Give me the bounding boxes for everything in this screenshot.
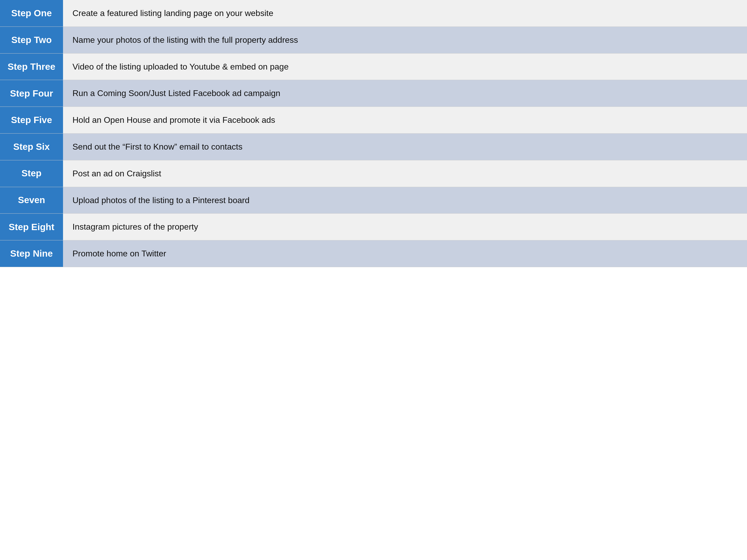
step-label-2: Step Two	[0, 27, 63, 53]
step-label-8: Step Eight	[0, 214, 63, 240]
step-content-text: Send out the “First to Know” email to co…	[73, 141, 242, 153]
step-label-text: Step Three	[8, 61, 55, 72]
step-label-text: Step	[22, 168, 42, 179]
table-row: Step Post an ad on Craigslist	[0, 160, 747, 187]
step-label-text: Seven	[18, 194, 45, 206]
table-row: Step Six Send out the “First to Know” em…	[0, 134, 747, 160]
step-label-text: Step Four	[10, 88, 53, 99]
step-content-5: Hold an Open House and promote it via Fa…	[63, 107, 747, 133]
step-content-7a: Post an ad on Craigslist	[63, 160, 747, 187]
step-content-3: Video of the listing uploaded to Youtube…	[63, 54, 747, 80]
step-content-6: Send out the “First to Know” email to co…	[63, 134, 747, 160]
step-label-text: Step Two	[11, 34, 52, 45]
table-row: Step Three Video of the listing uploaded…	[0, 54, 747, 80]
step-label-7a: Step	[0, 160, 63, 187]
table-row: Step Eight Instagram pictures of the pro…	[0, 214, 747, 240]
step-content-8: Instagram pictures of the property	[63, 214, 747, 240]
step-content-text: Instagram pictures of the property	[73, 221, 198, 233]
step-content-text: Name your photos of the listing with the…	[73, 34, 298, 46]
step-label-9: Step Nine	[0, 240, 63, 267]
step-label-text: Step Eight	[9, 221, 54, 233]
table-row: Seven Upload photos of the listing to a …	[0, 187, 747, 214]
step-content-7b: Upload photos of the listing to a Pinter…	[63, 187, 747, 214]
step-content-text: Run a Coming Soon/Just Listed Facebook a…	[73, 87, 280, 99]
step-label-1: Step One	[0, 0, 63, 27]
step-label-5: Step Five	[0, 107, 63, 133]
step-label-4: Step Four	[0, 80, 63, 107]
step-content-text: Post an ad on Craigslist	[73, 168, 161, 180]
table-row: Step Five Hold an Open House and promote…	[0, 107, 747, 134]
step-label-text: Step Nine	[10, 248, 53, 259]
step-content-2: Name your photos of the listing with the…	[63, 27, 747, 53]
table-row: Step Two Name your photos of the listing…	[0, 27, 747, 54]
step-label-text: Step Five	[11, 114, 52, 126]
step-label-6: Step Six	[0, 134, 63, 160]
step-content-text: Hold an Open House and promote it via Fa…	[73, 114, 275, 126]
step-content-4: Run a Coming Soon/Just Listed Facebook a…	[63, 80, 747, 107]
table-row: Step One Create a featured listing landi…	[0, 0, 747, 27]
step-content-text: Create a featured listing landing page o…	[73, 7, 273, 19]
steps-table: Step One Create a featured listing landi…	[0, 0, 747, 267]
step-label-3: Step Three	[0, 54, 63, 80]
step-content-text: Upload photos of the listing to a Pinter…	[73, 194, 250, 206]
step-content-text: Video of the listing uploaded to Youtube…	[73, 61, 288, 73]
step-label-text: Step Six	[14, 141, 50, 152]
step-label-7b: Seven	[0, 187, 63, 214]
step-content-1: Create a featured listing landing page o…	[63, 0, 747, 27]
step-content-text: Promote home on Twitter	[73, 248, 166, 260]
step-label-text: Step One	[11, 8, 52, 19]
step-content-9: Promote home on Twitter	[63, 240, 747, 267]
table-row: Step Four Run a Coming Soon/Just Listed …	[0, 80, 747, 107]
table-row: Step Nine Promote home on Twitter	[0, 240, 747, 267]
